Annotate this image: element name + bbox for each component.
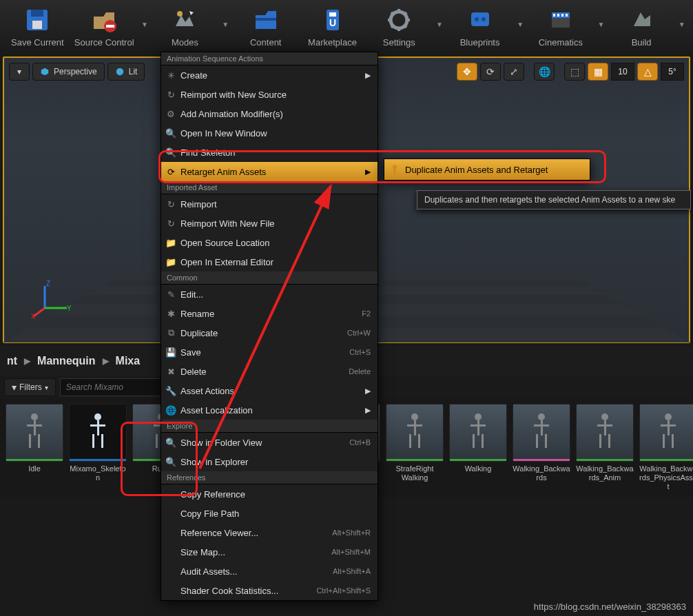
menu-item-retarget-anim-assets[interactable]: ⟳Retarget Anim Assets▶ (161, 162, 377, 181)
menu-item-reimport[interactable]: ↻Reimport (161, 194, 377, 214)
menu-item-audit-assets---[interactable]: Audit Assets...Alt+Shift+A (161, 562, 377, 581)
asset-walkingbackwardsanim[interactable]: Walking_Backwards_Anim (576, 404, 634, 492)
toolbar-settings[interactable]: Settings (366, 3, 433, 54)
menu-item-reimport-with-new-source[interactable]: ↻Reimport with New Source (161, 85, 377, 104)
angle-snap-toggle[interactable]: △ (637, 63, 658, 81)
tooltip: Duplicates and then retargets the select… (417, 190, 691, 209)
toolbar-caret[interactable]: ▼ (594, 3, 608, 54)
menu-item-icon: ⚙ (165, 108, 176, 119)
submenu-arrow-icon: ▶ (365, 167, 371, 176)
svg-point-20 (116, 68, 123, 76)
menu-item-rename[interactable]: ✱RenameF2 (161, 304, 377, 323)
toolbar-content[interactable]: Content (232, 3, 299, 54)
toolbar-modes[interactable]: Modes (152, 3, 218, 54)
menu-item-icon: 📁 (165, 237, 176, 248)
menu-item-icon: 🔍 (165, 147, 176, 158)
asset-mixamoskeleton[interactable]: Mixamo_Skeleton (69, 404, 127, 492)
grid-snap-value[interactable]: 10 (611, 63, 634, 81)
menu-item-edit---[interactable]: ✎Edit... (161, 285, 377, 304)
menu-item-open-source-location[interactable]: 📁Open Source Location (161, 233, 377, 252)
asset-walkingbackwardsphysicsasset[interactable]: Walking_Backwards_PhysicsAsset (639, 404, 693, 492)
toolbar-caret[interactable]: ▼ (218, 3, 232, 54)
lit-toggle[interactable]: Lit (107, 63, 145, 81)
toolbar-caret[interactable]: ▼ (513, 3, 527, 54)
sphere-icon (115, 67, 125, 76)
rotate-tool[interactable]: ⟳ (480, 63, 501, 81)
svg-rect-18 (561, 14, 563, 17)
duplicate-and-retarget-item[interactable]: Duplicate Anim Assets and Retarget (384, 159, 590, 180)
grid-snap-toggle[interactable]: ▦ (588, 63, 608, 81)
menu-item-label: Add Animation Modifier(s) (180, 109, 283, 119)
toolbar-caret[interactable]: ▼ (433, 3, 446, 54)
menu-item-shortcut: Ctrl+Alt+Shift+S (316, 586, 371, 595)
asset-straferightwalking[interactable]: StrafeRight Walking (386, 404, 444, 492)
surface-snap[interactable]: ⬚ (564, 63, 585, 81)
menu-item-delete[interactable]: ✖DeleteDelete (161, 362, 377, 381)
cube-icon (40, 67, 50, 76)
search-input[interactable] (60, 378, 176, 396)
menu-item-show-in-folder-view[interactable]: 🔍Show in Folder ViewCtrl+B (161, 433, 377, 452)
asset-thumbnail (386, 404, 444, 462)
menu-item-label: Duplicate (180, 328, 218, 338)
toolbar-build[interactable]: Build (608, 3, 675, 54)
toolbar-caret[interactable]: ▼ (675, 3, 689, 54)
toolbar-blueprints[interactable]: Blueprints (446, 3, 513, 54)
filters-label: Filters (19, 382, 42, 392)
asset-walkingbackwards[interactable]: Walking_Backwards (513, 404, 570, 492)
menu-item-reference-viewer---[interactable]: Reference Viewer...Alt+Shift+R (161, 523, 377, 542)
menu-item-icon: ↻ (165, 198, 176, 209)
filters-button[interactable]: ▾ Filters ▾ (4, 378, 56, 396)
menu-item-find-skeleton[interactable]: 🔍Find Skeleton (161, 143, 377, 162)
menu-item-reimport-with-new-file[interactable]: ↻Reimport With New File (161, 214, 377, 233)
menu-item-label: Delete (180, 367, 207, 377)
menu-item-asset-actions[interactable]: 🔧Asset Actions▶ (161, 381, 377, 400)
toolbar-label: Settings (383, 37, 415, 48)
breadcrumb-item[interactable]: Mixa (116, 355, 141, 367)
menu-item-save[interactable]: 💾SaveCtrl+S (161, 342, 377, 362)
svg-rect-17 (557, 14, 559, 17)
toolbar-label: Save Current (11, 37, 64, 48)
menu-item-copy-file-path[interactable]: Copy File Path (161, 504, 377, 523)
asset-thumbnail (69, 404, 127, 462)
toolbar-cinematics[interactable]: Cinematics (527, 3, 594, 54)
toolbar-save-current[interactable]: Save Current (4, 3, 71, 54)
submenu-label: Duplicate Anim Assets and Retarget (405, 165, 548, 175)
menu-item-copy-reference[interactable]: Copy Reference (161, 484, 377, 504)
asset-label: Walking_Backwards_PhysicsAsset (639, 464, 693, 492)
menu-item-icon: 🔍 (165, 127, 176, 138)
toolbar-label: Marketplace (308, 37, 357, 48)
menu-item-shortcut: F2 (362, 309, 371, 318)
world-space-toggle[interactable]: 🌐 (534, 63, 555, 81)
toolbar-icon (545, 4, 577, 36)
menu-item-add-animation-modifier-s-[interactable]: ⚙Add Animation Modifier(s) (161, 104, 377, 123)
viewport-options-dropdown[interactable]: ▾ (9, 63, 30, 81)
asset-idle[interactable]: Idle (6, 404, 63, 492)
menu-item-create[interactable]: ✳Create▶ (161, 65, 377, 85)
menu-item-size-map---[interactable]: Size Map...Alt+Shift+M (161, 542, 377, 562)
menu-item-open-in-new-window[interactable]: 🔍Open In New Window (161, 123, 377, 143)
perspective-toggle[interactable]: Perspective (32, 63, 105, 81)
menu-item-shader-cook-statistics---[interactable]: Shader Cook Statistics...Ctrl+Alt+Shift+… (161, 581, 377, 600)
menu-item-duplicate[interactable]: ⧉DuplicateCtrl+W (161, 323, 377, 342)
toolbar-label: Cinematics (539, 37, 583, 48)
asset-label: Walking (465, 464, 492, 473)
menu-item-icon: ↻ (165, 218, 176, 229)
menu-item-shortcut: Alt+Shift+R (332, 528, 371, 537)
svg-point-12 (475, 17, 479, 21)
angle-snap-value[interactable]: 5° (661, 63, 684, 81)
breadcrumb-item[interactable]: nt (7, 355, 17, 367)
toolbar-source-control[interactable]: Source Control (71, 3, 138, 54)
scale-tool[interactable]: ⤢ (504, 63, 524, 81)
menu-item-asset-localization[interactable]: 🌐Asset Localization▶ (161, 400, 377, 420)
chevron-down-icon: ▾ (45, 384, 48, 391)
translate-tool[interactable]: ✥ (457, 63, 477, 81)
menu-item-show-in-explorer[interactable]: 🔍Show in Explorer (161, 452, 377, 471)
toolbar-marketplace[interactable]: UMarketplace (299, 3, 366, 54)
asset-walking[interactable]: Walking (449, 404, 507, 492)
breadcrumb-item[interactable]: Mannequin (37, 355, 95, 367)
viewport-right-tools: ✥ ⟳ ⤢ 🌐 ⬚ ▦ 10 △ 5° (457, 63, 684, 81)
menu-section-header: Imported Asset (161, 181, 377, 194)
toolbar-caret[interactable]: ▼ (138, 3, 152, 54)
svg-rect-6 (256, 18, 276, 21)
menu-item-open-in-external-editor[interactable]: 📁Open In External Editor (161, 252, 377, 271)
